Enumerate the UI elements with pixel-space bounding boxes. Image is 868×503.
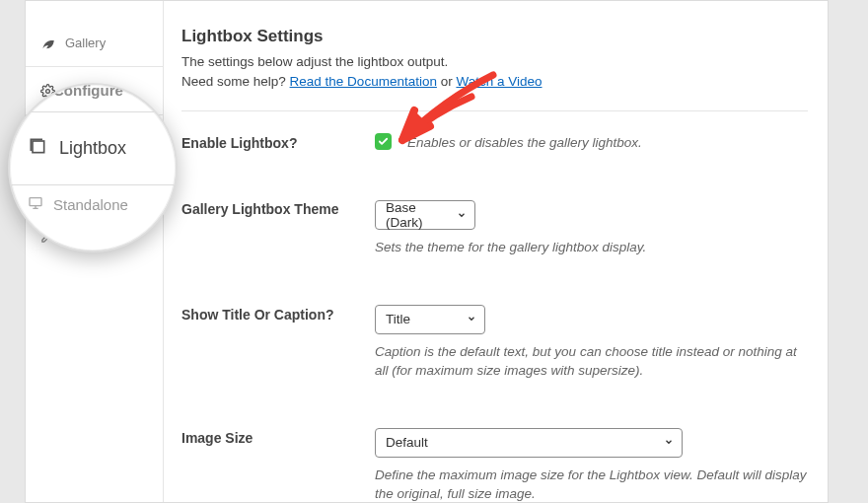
desc-enable-lightbox: Enables or disables the gallery lightbox… [407,135,642,150]
desc-image-size: Define the maximum image size for the Li… [375,466,808,502]
select-theme-value: Base (Dark) [386,200,447,230]
sidebar-item-label: Gallery [65,36,106,50]
svg-rect-5 [30,197,41,205]
standalone-icon [28,195,43,214]
svg-rect-4 [33,141,44,153]
page-subtitle-1: The settings below adjust the lightbox o… [181,52,808,72]
label-theme: Gallery Lightbox Theme [181,199,375,257]
chevron-down-icon [457,208,467,223]
select-title-caption-value: Title [386,312,410,326]
label-enable-lightbox: Enable Lightbox? [181,133,375,153]
chevron-down-icon [467,312,476,326]
lightbox-icon [28,136,47,161]
magnifier-lens: Configure Lightbox Standalone [8,83,178,252]
page-subtitle-2: Need some help? Read the Documentation o… [181,72,808,92]
svg-point-0 [45,89,49,93]
desc-theme: Sets the theme for the gallery lightbox … [375,238,808,257]
checkbox-enable-lightbox[interactable] [375,133,392,150]
row-enable-lightbox: Enable Lightbox? Enables or disables the… [181,111,808,175]
desc-title-caption: Caption is the default text, but you can… [375,342,808,381]
link-watch-video[interactable]: Watch a Video [456,74,542,89]
row-image-size: Image Size Default Define the maximum im… [181,406,808,502]
select-theme[interactable]: Base (Dark) [375,200,475,230]
link-read-documentation[interactable]: Read the Documentation [290,74,437,89]
chevron-down-icon [664,435,674,450]
lens-mid-label: Lightbox [59,138,126,159]
select-image-size[interactable]: Default [375,428,683,458]
leaf-icon [39,35,55,50]
row-title-caption: Show Title Or Caption? Title Caption is … [181,283,808,402]
label-image-size: Image Size [181,428,375,502]
sidebar-item-gallery[interactable]: Gallery [26,23,163,62]
page-title: Lightbox Settings [181,27,808,46]
lens-bot-label: Standalone [53,196,128,213]
label-title-caption: Show Title Or Caption? [181,305,375,381]
row-theme: Gallery Lightbox Theme Base (Dark) Sets … [181,178,808,279]
select-image-size-value: Default [386,435,428,450]
select-title-caption[interactable]: Title [375,305,485,334]
settings-main: Lightbox Settings The settings below adj… [164,1,828,502]
